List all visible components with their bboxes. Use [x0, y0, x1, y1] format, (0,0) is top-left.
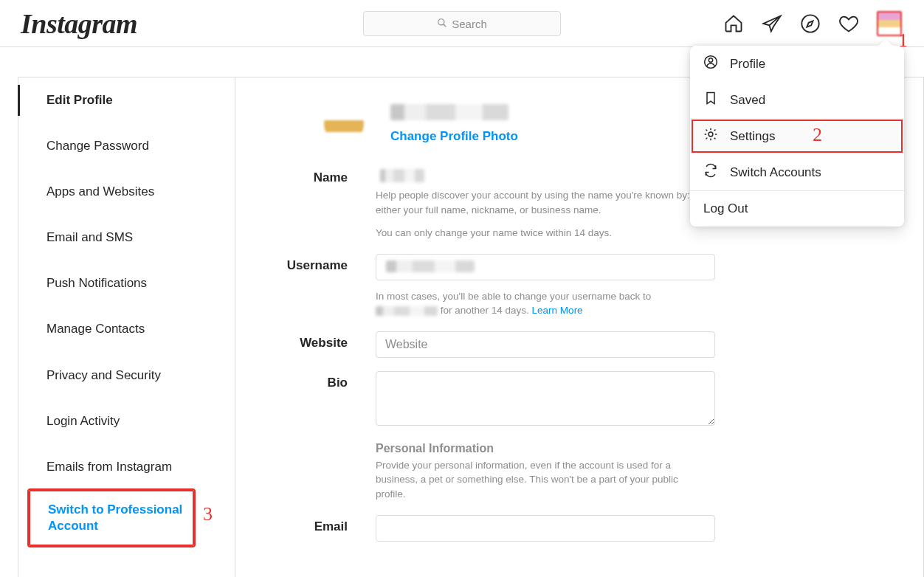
svg-point-5 [708, 132, 713, 137]
sidebar-edit-profile[interactable]: Edit Profile [18, 77, 235, 123]
username-help: In most cases, you'll be able to change … [376, 289, 700, 318]
bio-textarea[interactable] [376, 371, 715, 426]
svg-point-4 [708, 58, 712, 62]
name-value-redacted [380, 169, 424, 182]
profile-icon [703, 55, 718, 73]
personal-info-help: Provide your personal information, even … [376, 458, 700, 502]
svg-line-1 [444, 24, 447, 27]
dropdown-settings[interactable]: Settings [690, 118, 904, 154]
dropdown-saved[interactable]: Saved [690, 82, 904, 118]
label-username: Username [262, 254, 348, 273]
search-placeholder: Search [452, 18, 487, 30]
sidebar-email-sms[interactable]: Email and SMS [18, 215, 235, 260]
sidebar-change-password[interactable]: Change Password [18, 123, 235, 169]
dropdown-switch-accounts[interactable]: Switch Accounts [690, 154, 904, 190]
display-name-redacted [390, 104, 508, 120]
svg-point-0 [438, 18, 444, 24]
annotation-2: 2 [813, 124, 822, 146]
profile-picture[interactable] [324, 104, 364, 144]
profile-dropdown: Profile Saved Settings Switch Accounts L… [690, 46, 904, 227]
annotation-1: 1 [898, 30, 908, 52]
bookmark-icon [703, 91, 718, 109]
dropdown-settings-label: Settings [730, 129, 775, 144]
home-icon[interactable] [723, 13, 744, 34]
sidebar-emails-instagram[interactable]: Emails from Instagram [18, 444, 235, 490]
sidebar-switch-professional[interactable]: Switch to Professional Account [29, 490, 194, 546]
svg-point-2 [801, 15, 818, 32]
messages-icon[interactable] [762, 13, 782, 34]
label-website: Website [262, 331, 348, 350]
activity-icon[interactable] [838, 13, 859, 34]
dropdown-profile[interactable]: Profile [690, 46, 904, 82]
dropdown-logout[interactable]: Log Out [690, 191, 904, 227]
gear-icon [703, 127, 718, 145]
name-input[interactable] [376, 166, 715, 179]
name-help-1: Help people discover your account by usi… [376, 188, 700, 217]
dropdown-switch-label: Switch Accounts [730, 165, 821, 180]
annotation-3: 3 [203, 503, 213, 525]
learn-more-link[interactable]: Learn More [532, 305, 583, 316]
old-username-redacted [376, 306, 438, 316]
label-bio: Bio [262, 371, 348, 390]
name-help-2: You can only change your name twice with… [376, 226, 700, 241]
dropdown-saved-label: Saved [730, 93, 765, 108]
sidebar-apps-websites[interactable]: Apps and Websites [18, 169, 235, 215]
sidebar-manage-contacts[interactable]: Manage Contacts [18, 306, 235, 352]
explore-icon[interactable] [800, 13, 821, 34]
sidebar-push-notifications[interactable]: Push Notifications [18, 260, 235, 306]
website-input[interactable] [376, 331, 715, 358]
sidebar-login-activity[interactable]: Login Activity [18, 398, 235, 444]
settings-sidebar: Edit Profile Change Password Apps and We… [18, 77, 235, 577]
label-name: Name [262, 166, 348, 185]
sidebar-privacy-security[interactable]: Privacy and Security [18, 353, 235, 398]
label-email: Email [262, 515, 348, 534]
dropdown-profile-label: Profile [730, 57, 765, 72]
switch-icon [703, 163, 718, 182]
change-profile-photo-link[interactable]: Change Profile Photo [390, 129, 518, 144]
search-icon [437, 18, 447, 30]
personal-info-heading: Personal Information [376, 442, 715, 455]
instagram-logo[interactable]: Instagram [21, 7, 137, 40]
username-value-redacted [386, 260, 475, 272]
email-input[interactable] [376, 515, 715, 542]
search-input[interactable]: Search [363, 11, 561, 36]
